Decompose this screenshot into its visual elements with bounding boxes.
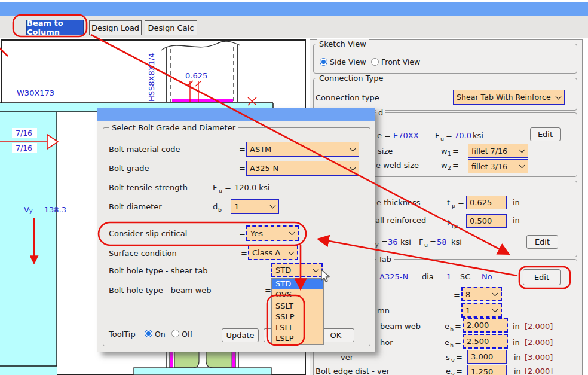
hole-shear-tab-label: Bolt hole type - shear tab xyxy=(109,266,207,275)
bolt-grade-label: Bolt grade xyxy=(109,164,149,173)
column-section-label: HSS8X8X1/4 xyxy=(147,47,156,102)
radio-tooltip-off-label: Off xyxy=(182,330,192,339)
weld-edit-button[interactable]: Edit xyxy=(530,127,561,141)
chevron-down-icon xyxy=(350,164,356,170)
bolt-material-select[interactable]: ASTM xyxy=(246,142,359,157)
weld-w1-eq: = xyxy=(452,147,459,156)
column-wall-right xyxy=(206,350,231,368)
weld-w2-fragment: e weld size xyxy=(376,161,419,170)
dropdown-option-std[interactable]: STD xyxy=(272,279,323,289)
tab-design-load[interactable]: Design Load xyxy=(89,20,142,35)
tab-design-calc[interactable]: Design Calc xyxy=(145,20,197,35)
radio-side-view-label: Side View xyxy=(330,57,366,66)
eb-sub: b xyxy=(450,326,454,333)
hole-shear-tab-select[interactable]: STD xyxy=(271,263,323,277)
radio-tooltip-on-label: On xyxy=(155,330,166,339)
bolt-sc-label: SC= xyxy=(460,272,477,281)
eh-input[interactable]: 2.500 xyxy=(463,334,508,349)
chevron-down-icon xyxy=(270,203,276,209)
bolt-diameter-label: Bolt diameter xyxy=(109,202,162,211)
plate-edit-button[interactable]: Edit xyxy=(526,235,558,249)
plate-thickness-dim: 0.625 xyxy=(185,71,207,80)
bolt-tensile-label: Bolt tensile strength xyxy=(109,183,188,192)
bolt-grade-value: A325-N xyxy=(250,164,278,173)
bolt-diameter-select[interactable]: 1 xyxy=(231,199,279,214)
sv-unit: in xyxy=(514,353,521,362)
radio-side-view[interactable] xyxy=(320,58,327,66)
plate-fu-sub: u xyxy=(424,242,428,248)
bolt-cols-fragment: mn xyxy=(377,306,390,315)
update-button[interactable]: Update xyxy=(222,328,259,342)
surface-condition-select[interactable]: Class A xyxy=(248,245,298,260)
weld-fu-unit: ksi xyxy=(473,131,483,140)
bolt-dialog-title-bar[interactable] xyxy=(97,108,375,121)
plate-tp-unit: in xyxy=(513,198,520,207)
bolt-tensile-eq: = xyxy=(225,183,231,192)
eh-sym: e xyxy=(445,338,449,347)
plate-trp-fragment: all reinforced xyxy=(375,216,426,225)
chevron-down-icon xyxy=(289,230,295,236)
connection-type-label: Connection type xyxy=(316,93,379,102)
toolbar xyxy=(0,16,588,38)
eh-sub: h xyxy=(450,342,454,349)
chevron-down-icon xyxy=(313,266,319,272)
connection-type-select[interactable]: Shear Tab With Reinforce xyxy=(453,90,565,105)
hole-type-dropdown-list: STD OVS SSLT SSLP LSLT LSLP xyxy=(271,278,324,345)
ev-input[interactable]: 1.250 xyxy=(467,365,507,375)
bolt-cols-select[interactable]: 1 xyxy=(461,303,502,318)
slip-critical-select[interactable]: Yes xyxy=(246,225,299,241)
dropdown-option-lslt[interactable]: LSLT xyxy=(272,322,323,333)
ev-default: [2.000] xyxy=(525,367,553,375)
ev-eq: = xyxy=(456,367,463,375)
bolt-dialog-group-title: Select Bolt Grade and Diameter xyxy=(109,123,238,132)
plate-trp-sym: t xyxy=(447,218,450,227)
tab-beam-to-column[interactable]: Beam to Column xyxy=(26,20,84,35)
bolt-diameter-sym: d xyxy=(213,202,218,211)
bolt-diameter-eq: = xyxy=(223,202,230,211)
sv-sym: s xyxy=(446,353,450,362)
bolt-grade-eq: = xyxy=(239,164,246,173)
radio-front-view[interactable] xyxy=(371,58,379,66)
sv-sub: v xyxy=(451,357,455,364)
bolt-grade-select[interactable]: A325-N xyxy=(246,161,359,176)
eh-unit: in xyxy=(513,338,520,347)
group-sketch-view-title: Sketch View xyxy=(317,39,369,48)
bolt-diameter-sub: b xyxy=(218,206,222,213)
dropdown-option-ovs[interactable]: OVS xyxy=(272,289,323,300)
bolt-material-value: ASTM xyxy=(250,145,271,154)
eh-default: [2.000] xyxy=(525,338,553,347)
bolt-material-label: Bolt material code xyxy=(109,145,180,154)
bolt-rows-select[interactable]: 8 xyxy=(461,287,502,301)
column-wall-weld-right xyxy=(232,350,235,369)
ev-label: Bolt edge dist - ver xyxy=(316,367,390,375)
weld-fu-sub: u xyxy=(440,135,444,142)
bolt-tensile-sym: F xyxy=(213,183,217,192)
window-title-bar xyxy=(0,2,588,16)
shear-tab-edit-button[interactable]: Edit xyxy=(523,269,561,285)
ev-sym: e xyxy=(446,367,451,375)
radio-tooltip-on[interactable] xyxy=(145,330,152,337)
bolt-rows-value: 8 xyxy=(466,290,470,299)
reinforce-thickness-input[interactable]: 0.500 xyxy=(466,214,507,228)
dropdown-option-sslp[interactable]: SSLP xyxy=(272,312,323,322)
eb-eq: = xyxy=(455,322,461,331)
radio-tooltip-off[interactable] xyxy=(172,330,179,337)
weld-fu-sym: F xyxy=(435,131,439,140)
dropdown-option-sslt[interactable]: SSLT xyxy=(272,301,323,312)
weld-w2-eq: = xyxy=(452,161,459,170)
chevron-down-icon xyxy=(556,93,562,99)
weld-w2-select[interactable]: fillet 3/16 xyxy=(468,159,528,173)
plate-thickness-input[interactable]: 0.625 xyxy=(466,196,507,209)
ev-unit: in xyxy=(514,367,521,375)
ev-sub: v xyxy=(451,371,455,375)
hole-beam-web-label: Bolt hole type - beam web xyxy=(109,286,212,295)
sv-input[interactable]: 3.000 xyxy=(467,350,507,364)
weld-w1-select[interactable]: fillet 7/16 xyxy=(468,144,528,158)
plate-trp-sub: rp xyxy=(452,222,458,229)
shear-force-label: Vy = 138.3 xyxy=(24,205,66,214)
eb-fragment: beam web xyxy=(380,322,421,331)
eb-input[interactable]: 2.000 xyxy=(463,318,508,333)
surface-condition-value: Class A xyxy=(252,248,280,257)
weld-fu-value: 70.0 xyxy=(454,131,471,140)
dropdown-option-lslp[interactable]: LSLP xyxy=(272,333,323,344)
